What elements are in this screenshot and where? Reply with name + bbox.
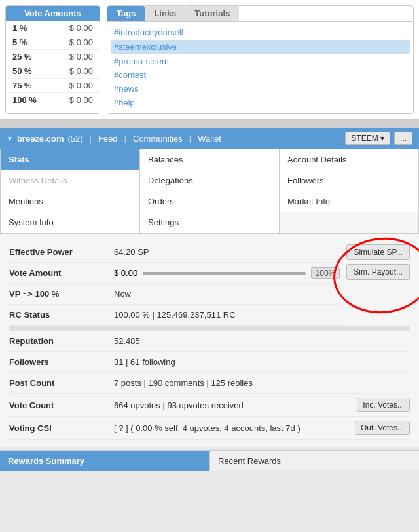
tags-links-header: Tags Links Tutorials xyxy=(107,6,413,22)
nav-witness-details: Witness Details xyxy=(1,170,140,191)
nav-followers[interactable]: Followers xyxy=(280,170,419,191)
reputation-label: Reputation xyxy=(9,336,114,346)
tags-links-box: Tags Links Tutorials #introduceyourself#… xyxy=(107,5,414,114)
account-name[interactable]: breeze.com xyxy=(17,134,64,143)
separator-1 xyxy=(0,120,419,128)
voting-csi-value: [ ? ] ( 0.00 % self, 4 upvotes, 4 accoun… xyxy=(114,423,355,433)
simulate-sp-button[interactable]: Simulate SP... xyxy=(346,244,410,260)
vote-pct: 50 % xyxy=(12,66,32,76)
account-bar: ▼ breeze.com (52) | Feed | Communities |… xyxy=(0,128,419,149)
effective-power-label: Effective Power xyxy=(9,247,114,257)
nav-grid: Stats Balances Account Details Witness D… xyxy=(0,149,419,233)
followers-row: Followers 31 | 61 following xyxy=(9,352,410,373)
vote-amt: $ 0.00 xyxy=(69,23,93,33)
vote-row[interactable]: 1 %$ 0.00 xyxy=(6,21,100,35)
vote-slider-track[interactable] xyxy=(143,272,305,275)
voting-csi-label: Voting CSI xyxy=(9,423,114,433)
top-section: Vote Amounts 1 %$ 0.005 %$ 0.0025 %$ 0.0… xyxy=(0,0,419,120)
post-count-value: 7 posts | 190 comments | 125 replies xyxy=(114,378,410,388)
vote-rows-container: 1 %$ 0.005 %$ 0.0025 %$ 0.0050 %$ 0.0075… xyxy=(6,21,100,107)
vote-row[interactable]: 100 %$ 0.00 xyxy=(6,93,100,107)
dropdown-icon[interactable]: ▼ xyxy=(7,135,13,142)
simulate-buttons-area: Simulate SP... Sim. Payout... xyxy=(346,244,410,280)
vote-amount-row: Vote Amount $ 0.00 100% xyxy=(9,263,340,284)
nav-balances[interactable]: Balances xyxy=(140,149,280,170)
tag-item[interactable]: #news xyxy=(114,82,407,96)
followers-value: 31 | 61 following xyxy=(114,357,410,367)
vote-pct: 5 % xyxy=(12,37,27,47)
followers-label: Followers xyxy=(9,357,114,367)
tag-item[interactable]: #help xyxy=(114,96,407,109)
sep-3: | xyxy=(189,134,191,143)
vote-amt: $ 0.00 xyxy=(69,52,93,62)
sim-payout-button[interactable]: Sim. Payout... xyxy=(346,264,410,280)
sep-1: | xyxy=(90,134,92,143)
sim-buttons-group: Simulate SP... Sim. Payout... xyxy=(346,244,410,280)
rc-status-label: RC Status xyxy=(9,310,114,320)
sep-2: | xyxy=(124,134,126,143)
tag-item[interactable]: #contest xyxy=(114,68,407,82)
rewards-bar: Rewards Summary Recent Rewards xyxy=(0,450,419,471)
nav-stats[interactable]: Stats xyxy=(1,149,140,170)
rewards-summary-cell[interactable]: Rewards Summary xyxy=(0,451,210,471)
recent-rewards-cell: Recent Rewards xyxy=(210,451,419,471)
vote-pct: 1 % xyxy=(12,23,27,33)
nav-communities[interactable]: Communities xyxy=(133,134,183,143)
vote-count-label: Vote Count xyxy=(9,400,114,410)
vote-row[interactable]: 5 %$ 0.00 xyxy=(6,35,100,50)
nav-settings[interactable]: Settings xyxy=(140,212,280,233)
vote-row[interactable]: 25 %$ 0.00 xyxy=(6,50,100,64)
tab-tags[interactable]: Tags xyxy=(107,6,145,21)
separator-2 xyxy=(9,326,410,331)
stats-left: Effective Power 64.20 SP Vote Amount $ 0… xyxy=(9,242,340,326)
nav-empty xyxy=(280,212,419,233)
vote-row[interactable]: 75 %$ 0.00 xyxy=(6,79,100,93)
out-votes-button[interactable]: Out. Votes... xyxy=(355,421,410,435)
tag-item[interactable]: #steemexclusive xyxy=(111,40,410,54)
reputation-row: Reputation 52.485 xyxy=(9,331,410,352)
vote-count-value: 664 upvotes | 93 upvotes received xyxy=(114,400,357,410)
post-count-row: Post Count 7 posts | 190 comments | 125 … xyxy=(9,373,410,394)
main-content: Effective Power 64.20 SP Vote Amount $ 0… xyxy=(0,233,419,447)
vp-label: VP ~> 100 % xyxy=(9,289,114,299)
nav-account-details[interactable]: Account Details xyxy=(280,149,419,170)
account-level: (52) xyxy=(67,134,82,143)
inc-votes-button[interactable]: Inc. Votes... xyxy=(357,398,410,412)
reputation-value: 52.485 xyxy=(114,336,410,346)
vote-pct: 75 % xyxy=(12,81,32,90)
more-options-button[interactable]: ... xyxy=(394,132,412,145)
tab-tutorials[interactable]: Tutorials xyxy=(185,6,239,21)
steem-dropdown-button[interactable]: STEEM ▾ xyxy=(345,132,390,145)
vote-slider-fill xyxy=(143,272,305,275)
nav-market-info[interactable]: Market Info xyxy=(280,191,419,212)
rc-status-value: 100.00 % | 125,469,237,511 RC xyxy=(114,310,340,320)
post-count-label: Post Count xyxy=(9,378,114,388)
rc-status-row: RC Status 100.00 % | 125,469,237,511 RC xyxy=(9,305,340,326)
vote-amt: $ 0.00 xyxy=(69,81,93,90)
nav-wallet[interactable]: Wallet xyxy=(198,134,221,143)
tags-list: #introduceyourself#steemexclusive#promo-… xyxy=(107,22,413,113)
vote-amounts-box: Vote Amounts 1 %$ 0.005 %$ 0.0025 %$ 0.0… xyxy=(5,5,100,114)
effective-power-value: 64.20 SP xyxy=(114,247,340,257)
vote-amounts-header: Vote Amounts xyxy=(6,6,100,21)
vote-row[interactable]: 50 %$ 0.00 xyxy=(6,64,100,79)
tab-links[interactable]: Links xyxy=(145,6,185,21)
vp-row: VP ~> 100 % Now xyxy=(9,284,340,305)
vote-count-row: Vote Count 664 upvotes | 93 upvotes rece… xyxy=(9,394,410,417)
nav-feed[interactable]: Feed xyxy=(98,134,118,143)
vote-amount-label: Vote Amount xyxy=(9,268,114,278)
tag-item[interactable]: #introduceyourself xyxy=(114,26,407,39)
nav-delegations[interactable]: Delegations xyxy=(140,170,280,191)
vote-amount-value-area: $ 0.00 100% xyxy=(114,267,340,279)
nav-mentions[interactable]: Mentions xyxy=(1,191,140,212)
vote-pct: 100 % xyxy=(12,95,37,105)
voting-csi-row: Voting CSI [ ? ] ( 0.00 % self, 4 upvote… xyxy=(9,417,410,440)
nav-system-info[interactable]: System Info xyxy=(1,212,140,233)
nav-orders[interactable]: Orders xyxy=(140,191,280,212)
vp-value: Now xyxy=(114,289,340,299)
vote-amt: $ 0.00 xyxy=(69,66,93,76)
vote-pct: 25 % xyxy=(12,52,32,62)
tag-item[interactable]: #promo-steem xyxy=(114,54,407,68)
effective-power-section: Effective Power 64.20 SP Vote Amount $ 0… xyxy=(9,242,410,326)
vote-amt: $ 0.00 xyxy=(69,95,93,105)
